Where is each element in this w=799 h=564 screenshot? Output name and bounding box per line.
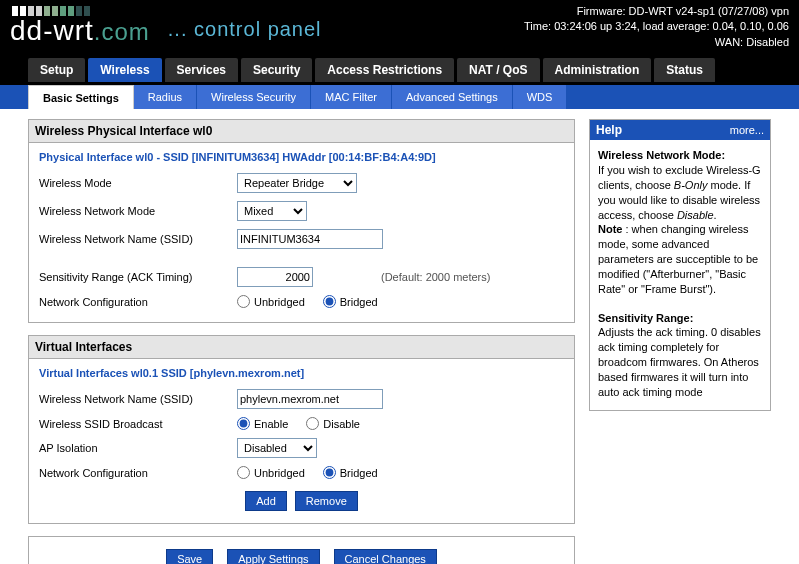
add-button[interactable]: Add [245, 491, 287, 511]
vnetcfg-label: Network Configuration [39, 467, 229, 479]
apply-button[interactable]: Apply Settings [227, 549, 319, 564]
enable-radio[interactable]: Enable [237, 417, 288, 430]
tab-setup[interactable]: Setup [28, 58, 85, 82]
vbridged-radio[interactable]: Bridged [323, 466, 378, 479]
section-header: Physical Interface wl0 - SSID [INFINITUM… [29, 143, 574, 169]
ssid-input[interactable] [237, 229, 383, 249]
physical-interface-panel: Wireless Physical Interface wl0 Physical… [28, 119, 575, 323]
subtab-mac-filter[interactable]: MAC Filter [311, 85, 392, 109]
tab-access-restrictions[interactable]: Access Restrictions [315, 58, 454, 82]
sub-tabs: Basic SettingsRadiusWireless SecurityMAC… [0, 85, 799, 109]
time-line: Time: 03:24:06 up 3:24, load average: 0.… [524, 19, 789, 34]
wireless-mode-label: Wireless Mode [39, 177, 229, 189]
ack-label: Sensitivity Range (ACK Timing) [39, 271, 229, 283]
tab-administration[interactable]: Administration [543, 58, 652, 82]
ap-isolation-select[interactable]: Disabled [237, 438, 317, 458]
subtab-advanced-settings[interactable]: Advanced Settings [392, 85, 513, 109]
subtab-wireless-security[interactable]: Wireless Security [197, 85, 311, 109]
save-button[interactable]: Save [166, 549, 213, 564]
tab-services[interactable]: Services [165, 58, 238, 82]
help-more-link[interactable]: more... [730, 124, 764, 136]
subtab-radius[interactable]: Radius [134, 85, 197, 109]
subtab-wds[interactable]: WDS [513, 85, 568, 109]
wan-line: WAN: Disabled [524, 35, 789, 50]
network-mode-select[interactable]: Mixed [237, 201, 307, 221]
network-mode-label: Wireless Network Mode [39, 205, 229, 217]
system-info: Firmware: DD-WRT v24-sp1 (07/27/08) vpn … [524, 4, 789, 50]
primary-tabs: SetupWirelessServicesSecurityAccess Rest… [0, 58, 799, 85]
tab-nat-qos[interactable]: NAT / QoS [457, 58, 539, 82]
ack-hint: (Default: 2000 meters) [381, 271, 490, 283]
subtab-basic-settings[interactable]: Basic Settings [28, 85, 134, 109]
netcfg-label: Network Configuration [39, 296, 229, 308]
unbridged-radio[interactable]: Unbridged [237, 295, 305, 308]
ap-isolation-label: AP Isolation [39, 442, 229, 454]
bottom-actions: Save Apply Settings Cancel Changes [28, 536, 575, 564]
section-header: Virtual Interfaces wl0.1 SSID [phylevn.m… [29, 359, 574, 385]
panel-title: Virtual Interfaces [29, 336, 574, 359]
tab-status[interactable]: Status [654, 58, 715, 82]
wireless-mode-select[interactable]: Repeater Bridge [237, 173, 357, 193]
ssid-label: Wireless Network Name (SSID) [39, 233, 229, 245]
cancel-button[interactable]: Cancel Changes [334, 549, 437, 564]
banner: dd-wrt.com ... control panel Firmware: D… [0, 0, 799, 58]
help-h1: Wireless Network Mode: [598, 148, 762, 163]
ack-input[interactable] [237, 267, 313, 287]
virtual-interfaces-panel: Virtual Interfaces Virtual Interfaces wl… [28, 335, 575, 524]
help-title: Help [596, 123, 622, 137]
firmware-line: Firmware: DD-WRT v24-sp1 (07/27/08) vpn [524, 4, 789, 19]
vssid-label: Wireless Network Name (SSID) [39, 393, 229, 405]
disable-radio[interactable]: Disable [306, 417, 360, 430]
panel-title: Wireless Physical Interface wl0 [29, 120, 574, 143]
tab-wireless[interactable]: Wireless [88, 58, 161, 82]
help-body: Wireless Network Mode: If you wish to ex… [590, 140, 770, 410]
remove-button[interactable]: Remove [295, 491, 358, 511]
help-h2: Sensitivity Range: [598, 311, 762, 326]
vssid-input[interactable] [237, 389, 383, 409]
broadcast-label: Wireless SSID Broadcast [39, 418, 229, 430]
vunbridged-radio[interactable]: Unbridged [237, 466, 305, 479]
tab-security[interactable]: Security [241, 58, 312, 82]
bridged-radio[interactable]: Bridged [323, 295, 378, 308]
control-panel-label: ... control panel [168, 18, 322, 41]
help-panel: Help more... Wireless Network Mode: If y… [589, 119, 771, 411]
logo: dd-wrt.com [10, 6, 150, 43]
